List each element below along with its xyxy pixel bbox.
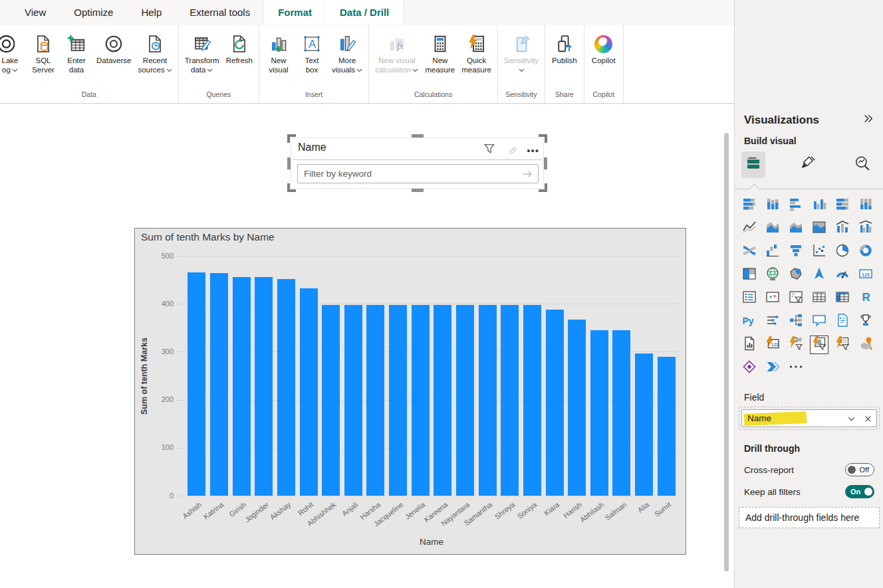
cross-report-toggle[interactable]: Off [845, 463, 874, 476]
report-canvas[interactable]: Name ••• Sum of tenth Marks by Name Sum … [0, 104, 734, 588]
visual-type-gauge[interactable] [833, 266, 852, 284]
keep-all-filters-toggle[interactable]: On [845, 485, 874, 498]
visual-type-pie-chart[interactable] [833, 243, 852, 261]
bar-salman[interactable] [612, 330, 630, 496]
search-arrow-icon[interactable] [521, 167, 534, 181]
bar-jenelia[interactable] [412, 305, 430, 496]
visual-type-100-stacked-column-chart[interactable] [856, 196, 875, 215]
eraser-icon[interactable] [505, 142, 518, 158]
visual-type-smart-narrative[interactable] [833, 312, 852, 331]
visual-type-map[interactable] [763, 266, 782, 284]
bar-kiara[interactable] [546, 310, 564, 496]
visual-type-matrix[interactable] [833, 289, 852, 308]
enter-data-button[interactable]: Enterdata [60, 31, 93, 76]
ribbon-tab-optimize[interactable]: Optimize [60, 0, 127, 25]
bar-girish[interactable] [233, 277, 251, 496]
bar-nayantara[interactable] [456, 305, 474, 496]
visual-type-multi-row-card[interactable] [740, 289, 759, 308]
visual-type-stacked-column-chart[interactable] [763, 196, 782, 215]
canvas-scrollbar[interactable] [724, 133, 729, 571]
field-well-dropzone[interactable]: Name [739, 407, 880, 430]
visual-type-power-apps[interactable] [740, 359, 759, 377]
field-well[interactable]: Name [741, 409, 877, 427]
more-visuals-button[interactable]: Morevisuals [328, 31, 366, 76]
text-box-button[interactable]: ATextbox [295, 31, 328, 76]
bar-katrina[interactable] [210, 273, 228, 496]
sql-server-button[interactable]: SQLServer [27, 31, 60, 76]
visual-type-slicer[interactable] [787, 289, 805, 308]
more-options-icon[interactable]: ••• [527, 145, 539, 156]
visual-type-treemap[interactable] [740, 266, 759, 284]
bar-kareena[interactable] [434, 305, 451, 496]
refresh-button[interactable]: Refresh [223, 31, 256, 66]
visual-type-button-slicer[interactable] [787, 336, 805, 354]
visual-type-100-stacked-area-chart[interactable] [810, 219, 828, 238]
selection-corner-handle[interactable] [287, 183, 296, 192]
visual-type-azure-map[interactable] [810, 266, 828, 284]
visual-type-paginated-report[interactable] [740, 336, 759, 354]
selection-edge-handle[interactable] [287, 157, 291, 169]
visual-type-arcgis-map[interactable] [856, 336, 875, 354]
recent-sources-button[interactable]: Recentsources [134, 31, 175, 76]
filter-icon[interactable] [483, 142, 496, 158]
ribbon-tab-view[interactable]: View [11, 0, 60, 25]
dataverse-button[interactable]: Dataverse [93, 31, 134, 66]
visual-type-donut-chart[interactable] [856, 243, 875, 261]
bar-abhishhek[interactable] [322, 305, 340, 496]
visual-type-stacked-area-chart[interactable] [787, 219, 805, 238]
quick-measure-button[interactable]: Quickmeasure [458, 31, 495, 76]
bar-anjali[interactable] [344, 305, 362, 496]
remove-field-icon[interactable] [864, 414, 872, 426]
visual-type-python-visual[interactable]: Py [740, 312, 759, 331]
bar-soniya[interactable] [523, 305, 541, 496]
bar-rohit[interactable] [300, 288, 318, 496]
visual-type-list-slicer[interactable] [833, 336, 852, 354]
publish-button[interactable]: Publish [548, 31, 581, 66]
visual-type-line-and-clustered-column-chart[interactable] [856, 219, 875, 238]
visual-type-scatter-chart[interactable] [810, 243, 828, 261]
chevron-double-right-icon[interactable] [863, 113, 874, 127]
bar-harsha[interactable] [366, 305, 384, 496]
visual-type-filled-map[interactable] [787, 266, 805, 284]
visual-type-q-and-a[interactable] [810, 312, 828, 331]
visual-type-r-script-visual[interactable]: R [856, 289, 875, 308]
bar-joginder[interactable] [255, 277, 273, 496]
bar-abhilash[interactable] [590, 330, 608, 496]
visual-type-line-and-stacked-column-chart[interactable] [833, 219, 852, 238]
visual-type-area-chart[interactable] [763, 219, 782, 238]
drill-through-dropzone[interactable]: Add drill-through fields here [739, 507, 880, 528]
transform-data-button[interactable]: Transformdata [182, 31, 223, 76]
ribbon-tab-help[interactable]: Help [127, 0, 176, 25]
visual-type-line-chart[interactable] [740, 219, 759, 238]
ribbon-tab-format[interactable]: Format [264, 0, 326, 25]
pane-tab-analytics[interactable] [850, 151, 874, 178]
visual-type-100-stacked-bar-chart[interactable] [833, 196, 852, 215]
slicer-search-input[interactable] [298, 169, 521, 179]
visual-type-more-visual-types[interactable] [787, 359, 805, 377]
bar-samantha[interactable] [479, 305, 497, 496]
bar-alia[interactable] [635, 353, 653, 496]
pane-tab-build-visual[interactable] [741, 151, 765, 178]
selection-edge-handle[interactable] [544, 157, 547, 169]
selection-edge-handle[interactable] [412, 134, 424, 138]
visual-type-power-automate[interactable] [763, 359, 782, 377]
selection-edge-handle[interactable] [412, 189, 424, 192]
visual-type-key-influencers[interactable] [763, 312, 782, 331]
bar-shreya[interactable] [501, 305, 519, 496]
slicer-search-box[interactable] [297, 164, 539, 183]
bar-harish[interactable] [568, 320, 586, 496]
ribbon-tab-data-drill[interactable]: Data / Drill [326, 0, 403, 25]
visual-type-ribbon-chart[interactable] [740, 243, 759, 261]
visual-type-waterfall-chart[interactable] [763, 243, 782, 261]
copilot-button[interactable]: Copilot [587, 31, 620, 66]
bar-chart-visual[interactable]: Sum of tenth Marks by Name Sum of tenth … [134, 228, 686, 555]
chevron-down-icon[interactable] [847, 414, 856, 426]
ribbon-tab-external-tools[interactable]: External tools [176, 0, 264, 25]
new-measure-button[interactable]: Newmeasure [422, 31, 458, 76]
slicer-visual[interactable]: Name ••• [291, 138, 544, 189]
visual-type-table[interactable] [810, 289, 828, 308]
visual-type-clustered-column-chart[interactable] [810, 196, 828, 215]
selection-corner-handle[interactable] [539, 183, 547, 192]
visual-type-decomposition-tree[interactable] [787, 312, 805, 331]
onelake-catalog-button[interactable]: Lakeog [0, 31, 27, 76]
